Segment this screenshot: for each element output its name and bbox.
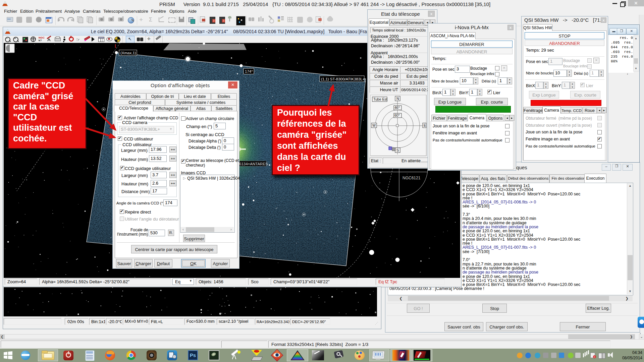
- svg-text:N: N: [396, 97, 399, 101]
- svg-text:Tube Est: Tube Est: [373, 97, 387, 101]
- svg-text:6134=ANTARES: 6134=ANTARES: [239, 162, 268, 166]
- svg-text:NGC6121: NGC6121: [402, 176, 421, 180]
- svg-text:174°: 174°: [245, 69, 253, 73]
- svg-text:60°: 60°: [394, 113, 400, 117]
- svg-text:E: E: [424, 123, 426, 127]
- svg-text:(1,1) ST-8300/ATIK383L+: (1,1) ST-8300/ATIK383L+: [321, 77, 365, 81]
- svg-text:W: W: [372, 123, 376, 127]
- svg-text:(Xmax,1): (Xmax,1): [120, 51, 136, 55]
- svg-text:S: S: [396, 148, 399, 152]
- svg-text:46°: 46°: [394, 106, 400, 110]
